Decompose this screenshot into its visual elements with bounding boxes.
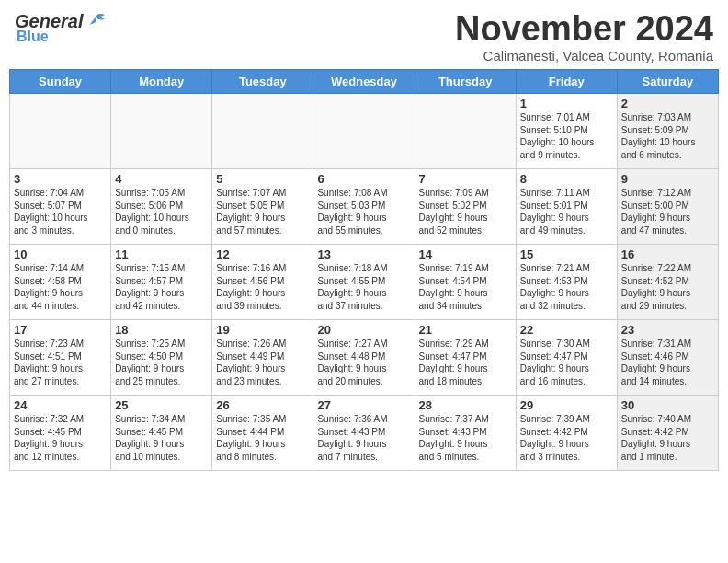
day-number: 23 [621,323,714,337]
day-number: 30 [621,398,714,412]
day-header-tuesday: Tuesday [212,70,313,94]
empty-cell [415,94,516,169]
day-info: Sunrise: 7:14 AM Sunset: 4:58 PM Dayligh… [14,262,107,312]
day-header-friday: Friday [516,70,617,94]
day-number: 6 [317,172,410,186]
day-info: Sunrise: 7:31 AM Sunset: 4:46 PM Dayligh… [621,338,714,387]
day-number: 20 [317,323,410,337]
day-info: Sunrise: 7:35 AM Sunset: 4:44 PM Dayligh… [216,413,309,463]
location: Calimanesti, Valcea County, Romania [455,48,713,63]
day-info: Sunrise: 7:32 AM Sunset: 4:45 PM Dayligh… [14,413,107,463]
day-number: 5 [216,172,309,186]
day-info: Sunrise: 7:09 AM Sunset: 5:02 PM Dayligh… [419,187,512,236]
day-info: Sunrise: 7:22 AM Sunset: 4:52 PM Dayligh… [621,262,714,312]
day-cell-24: 24Sunrise: 7:32 AM Sunset: 4:45 PM Dayli… [10,396,111,471]
day-number: 25 [115,398,208,412]
empty-cell [111,94,212,169]
day-header-sunday: Sunday [10,70,111,94]
day-info: Sunrise: 7:29 AM Sunset: 4:47 PM Dayligh… [419,338,512,387]
day-number: 3 [14,172,107,186]
day-info: Sunrise: 7:30 AM Sunset: 4:47 PM Dayligh… [520,338,613,387]
day-number: 11 [115,247,208,261]
day-info: Sunrise: 7:08 AM Sunset: 5:03 PM Dayligh… [317,187,410,236]
day-info: Sunrise: 7:27 AM Sunset: 4:48 PM Dayligh… [317,338,410,387]
day-header-monday: Monday [111,70,212,94]
bird-icon [83,12,108,32]
day-number: 21 [419,323,512,337]
day-info: Sunrise: 7:04 AM Sunset: 5:07 PM Dayligh… [14,187,107,236]
day-info: Sunrise: 7:23 AM Sunset: 4:51 PM Dayligh… [14,338,107,387]
day-number: 8 [520,172,613,186]
day-info: Sunrise: 7:18 AM Sunset: 4:55 PM Dayligh… [317,262,410,312]
day-number: 15 [520,247,613,261]
day-cell-28: 28Sunrise: 7:37 AM Sunset: 4:43 PM Dayli… [415,396,516,471]
day-info: Sunrise: 7:25 AM Sunset: 4:50 PM Dayligh… [115,338,208,387]
day-cell-1: 1Sunrise: 7:01 AM Sunset: 5:10 PM Daylig… [516,94,617,169]
day-cell-14: 14Sunrise: 7:19 AM Sunset: 4:54 PM Dayli… [415,245,516,320]
day-cell-5: 5Sunrise: 7:07 AM Sunset: 5:05 PM Daylig… [212,169,313,245]
day-number: 26 [216,398,309,412]
day-cell-26: 26Sunrise: 7:35 AM Sunset: 4:44 PM Dayli… [212,396,313,471]
logo: General Blue [15,11,108,45]
day-number: 28 [419,398,512,412]
day-number: 17 [14,323,107,337]
day-info: Sunrise: 7:34 AM Sunset: 4:45 PM Dayligh… [115,413,208,463]
day-cell-22: 22Sunrise: 7:30 AM Sunset: 4:47 PM Dayli… [516,320,617,396]
day-cell-9: 9Sunrise: 7:12 AM Sunset: 5:00 PM Daylig… [617,169,718,245]
day-header-wednesday: Wednesday [313,70,415,94]
day-cell-16: 16Sunrise: 7:22 AM Sunset: 4:52 PM Dayli… [617,245,718,320]
day-info: Sunrise: 7:16 AM Sunset: 4:56 PM Dayligh… [216,262,309,312]
day-number: 12 [216,247,309,261]
day-info: Sunrise: 7:36 AM Sunset: 4:43 PM Dayligh… [317,413,410,463]
day-cell-4: 4Sunrise: 7:05 AM Sunset: 5:06 PM Daylig… [111,169,212,245]
month-title: November 2024 [455,11,713,46]
day-number: 24 [14,398,107,412]
day-cell-7: 7Sunrise: 7:09 AM Sunset: 5:02 PM Daylig… [415,169,516,245]
day-cell-13: 13Sunrise: 7:18 AM Sunset: 4:55 PM Dayli… [313,245,415,320]
day-info: Sunrise: 7:26 AM Sunset: 4:49 PM Dayligh… [216,338,309,387]
empty-cell [10,94,111,169]
day-info: Sunrise: 7:21 AM Sunset: 4:53 PM Dayligh… [520,262,613,312]
day-number: 29 [520,398,613,412]
day-info: Sunrise: 7:39 AM Sunset: 4:42 PM Dayligh… [520,413,613,463]
day-info: Sunrise: 7:03 AM Sunset: 5:09 PM Dayligh… [621,111,714,161]
day-cell-3: 3Sunrise: 7:04 AM Sunset: 5:07 PM Daylig… [10,169,111,245]
day-number: 2 [621,97,714,110]
day-cell-27: 27Sunrise: 7:36 AM Sunset: 4:43 PM Dayli… [313,396,415,471]
day-number: 13 [317,247,410,261]
day-info: Sunrise: 7:15 AM Sunset: 4:57 PM Dayligh… [115,262,208,312]
day-cell-15: 15Sunrise: 7:21 AM Sunset: 4:53 PM Dayli… [516,245,617,320]
day-info: Sunrise: 7:19 AM Sunset: 4:54 PM Dayligh… [419,262,512,312]
day-cell-21: 21Sunrise: 7:29 AM Sunset: 4:47 PM Dayli… [415,320,516,396]
day-number: 1 [520,97,613,110]
day-number: 9 [621,172,714,186]
day-number: 14 [419,247,512,261]
day-cell-25: 25Sunrise: 7:34 AM Sunset: 4:45 PM Dayli… [111,396,212,471]
empty-cell [313,94,415,169]
day-cell-23: 23Sunrise: 7:31 AM Sunset: 4:46 PM Dayli… [617,320,718,396]
empty-cell [212,94,313,169]
day-number: 27 [317,398,410,412]
day-cell-18: 18Sunrise: 7:25 AM Sunset: 4:50 PM Dayli… [111,320,212,396]
day-info: Sunrise: 7:40 AM Sunset: 4:42 PM Dayligh… [621,413,714,463]
day-cell-29: 29Sunrise: 7:39 AM Sunset: 4:42 PM Dayli… [516,396,617,471]
day-cell-6: 6Sunrise: 7:08 AM Sunset: 5:03 PM Daylig… [313,169,415,245]
day-number: 16 [621,247,714,261]
title-section: November 2024 Calimanesti, Valcea County… [455,11,713,63]
day-number: 10 [14,247,107,261]
day-info: Sunrise: 7:11 AM Sunset: 5:01 PM Dayligh… [520,187,613,236]
day-info: Sunrise: 7:05 AM Sunset: 5:06 PM Dayligh… [115,187,208,236]
day-number: 19 [216,323,309,337]
day-cell-10: 10Sunrise: 7:14 AM Sunset: 4:58 PM Dayli… [10,245,111,320]
day-number: 7 [419,172,512,186]
day-number: 18 [115,323,208,337]
day-header-thursday: Thursday [415,70,516,94]
day-cell-17: 17Sunrise: 7:23 AM Sunset: 4:51 PM Dayli… [10,320,111,396]
day-cell-19: 19Sunrise: 7:26 AM Sunset: 4:49 PM Dayli… [212,320,313,396]
day-cell-11: 11Sunrise: 7:15 AM Sunset: 4:57 PM Dayli… [111,245,212,320]
day-cell-2: 2Sunrise: 7:03 AM Sunset: 5:09 PM Daylig… [617,94,718,169]
day-info: Sunrise: 7:12 AM Sunset: 5:00 PM Dayligh… [621,187,714,236]
day-info: Sunrise: 7:37 AM Sunset: 4:43 PM Dayligh… [419,413,512,463]
day-number: 22 [520,323,613,337]
day-header-saturday: Saturday [617,70,718,94]
